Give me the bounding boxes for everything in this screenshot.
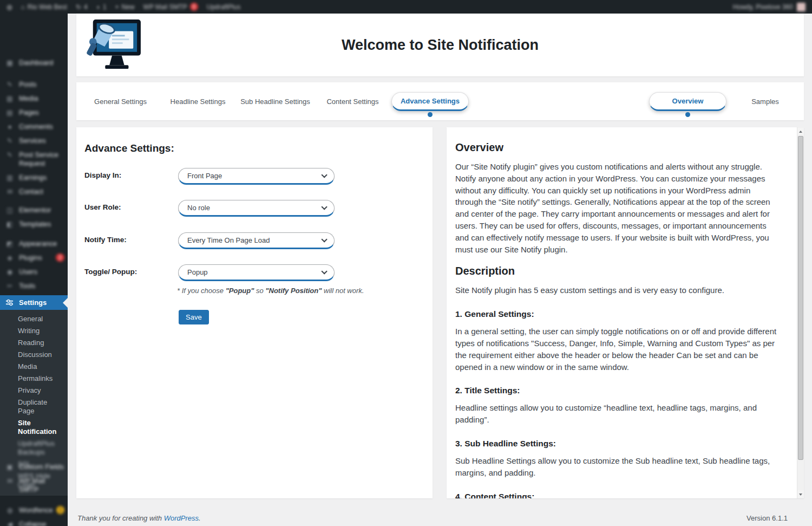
submenu-item-updraftplus-backups[interactable]: UpdraftPlus Backups (0, 438, 68, 458)
footer-version: Version 6.1.1 (746, 514, 788, 522)
sidebar-group-bottom: ▣ Custom Fields ✉ WP Mail SMTP ◍ Wordfen… (0, 460, 68, 526)
toggle-popup-value: Popup (187, 268, 208, 276)
posts-icon: ✎ (5, 80, 14, 89)
wordfence-badge: 1 (56, 506, 64, 514)
display-in-label: Display In: (84, 171, 121, 179)
wordpress-logo-icon[interactable]: ◍ (6, 3, 12, 11)
save-button[interactable]: Save (179, 310, 209, 324)
sidebar-item-wp-mail-smtp[interactable]: ✉ WP Mail SMTP (0, 474, 68, 497)
sidebar-item-contact[interactable]: ✉ Contact (0, 185, 68, 199)
popup-note: * If you choose "Popup" so "Notify Posit… (177, 287, 364, 295)
sidebar-item-users[interactable]: ◉ Users (0, 265, 68, 279)
sidebar-item-services[interactable]: ✎ Services (0, 134, 68, 148)
submenu-item-permalinks[interactable]: Permalinks (0, 373, 68, 385)
dashboard-icon: ▦ (5, 59, 14, 67)
plus-icon: + (115, 3, 119, 11)
submenu-item-reading[interactable]: Reading (0, 337, 68, 349)
avatar[interactable] (797, 3, 806, 11)
comments-count: 1 (103, 3, 107, 11)
sidebar-group-dashboard: ▦ Dashboard (0, 56, 68, 70)
elementor-icon: ◫ (5, 206, 14, 215)
sidebar-item-wordfence[interactable]: ◍ Wordfence 1 (0, 503, 68, 517)
appearance-icon: ◩ (5, 239, 14, 248)
updraftplus-menu[interactable]: UpdraftPlus (207, 3, 241, 11)
sidebar-item-pages[interactable]: ▤ Pages (0, 106, 68, 120)
wordpress-link[interactable]: WordPress (164, 514, 199, 522)
sidebar-item-tools[interactable]: ✂ Tools (0, 279, 68, 293)
wp-mail-smtp-menu[interactable]: WP Mail SMTP 0 (143, 3, 198, 11)
overview-scrollbar (797, 127, 804, 498)
sidebar-item-media[interactable]: ▨ Media (0, 92, 68, 106)
toggle-popup-select[interactable]: Popup (178, 264, 335, 281)
sidebar-item-post-service-request[interactable]: ✎ Post Service Request (0, 148, 68, 171)
howdy-menu[interactable]: Howdy, Pixelove 360 (733, 3, 793, 11)
settings-tabs: General Settings Headline Settings Sub H… (76, 82, 804, 120)
plugins-update-badge: 2 (56, 254, 64, 262)
sidebar-item-dashboard[interactable]: ▦ Dashboard (0, 56, 68, 70)
sidebar-item-settings[interactable]: Settings (0, 295, 68, 310)
tab-content-settings[interactable]: Content Settings (314, 92, 391, 111)
sidebar-item-custom-fields[interactable]: ▣ Custom Fields (0, 460, 68, 474)
overview-content: Overview Our “Site Notify plugin” gives … (447, 127, 804, 498)
comments-menu[interactable]: ◗ 1 (96, 3, 107, 11)
scroll-down-icon[interactable] (797, 490, 804, 498)
notify-time-select[interactable]: Every Time On Page Load (178, 232, 335, 249)
home-icon: ⌂ (21, 3, 24, 11)
sidebar-item-posts[interactable]: ✎ Posts (0, 77, 68, 92)
tab-advance-settings[interactable]: Advance Settings (391, 92, 469, 111)
description-heading: Description (455, 265, 779, 277)
new-menu[interactable]: + New (115, 3, 135, 11)
submenu-item-discussion[interactable]: Discussion (0, 349, 68, 361)
scroll-up-icon[interactable] (797, 128, 804, 135)
comments-icon: ◗ (96, 3, 100, 11)
site-name-menu[interactable]: ⌂ Rio Web Best (21, 3, 67, 11)
title-settings-body: Headline settings allow you to customize… (455, 402, 779, 426)
wordpress-admin-screen: ◍ ⌂ Rio Web Best ↻ 4 ◗ 1 + New WP Mail S… (0, 0, 812, 526)
overview-heading: Overview (455, 141, 779, 154)
display-in-value: Front Page (187, 172, 222, 180)
scrollbar-thumb[interactable] (798, 136, 803, 460)
user-role-value: No role (187, 204, 210, 212)
wordfence-icon: ◍ (5, 506, 14, 515)
submenu-item-site-notification[interactable]: Site Notification (0, 417, 68, 438)
plugin-header: Welcome to Site Notification (76, 14, 804, 76)
submenu-item-privacy[interactable]: Privacy (0, 385, 68, 397)
sidebar-item-elementor[interactable]: ◫ Elementor (0, 203, 68, 217)
tools-icon: ✂ (5, 282, 14, 290)
submenu-item-general[interactable]: General (0, 313, 68, 325)
site-name-label: Rio Web Best (28, 3, 67, 11)
sidebar-item-comments[interactable]: ● Comments (0, 120, 68, 134)
sub-headline-settings-heading: 3. Sub Headline Settings: (455, 439, 779, 449)
sidebar-item-earnings[interactable]: ▥ Earnings (0, 171, 68, 185)
sidebar-item-collapse-menu[interactable]: ◀ Collapse menu (0, 517, 68, 526)
toggle-popup-label: Toggle/ Popup: (84, 268, 137, 276)
sidebar-item-appearance[interactable]: ◩ Appearance (0, 237, 68, 251)
footer-thanks: Thank you for creating with WordPress. (77, 514, 201, 522)
submenu-item-media[interactable]: Media (0, 361, 68, 373)
contact-icon: ✉ (5, 187, 14, 196)
tab-samples[interactable]: Samples (726, 92, 804, 111)
sidebar-item-templates[interactable]: ◧ Templates (0, 217, 68, 231)
pages-icon: ▤ (5, 108, 14, 117)
tab-general-settings[interactable]: General Settings (82, 92, 159, 111)
chevron-down-icon (321, 172, 327, 178)
tab-overview[interactable]: Overview (649, 92, 726, 111)
display-in-select[interactable]: Front Page (178, 168, 335, 185)
earnings-icon: ▥ (5, 173, 14, 182)
tab-headline-settings[interactable]: Headline Settings (159, 92, 237, 111)
media-icon: ▨ (5, 94, 14, 103)
submenu-item-writing[interactable]: Writing (0, 325, 68, 337)
display-in-row: Display In: Front Page (84, 168, 411, 185)
updates-menu[interactable]: ↻ 4 (76, 3, 88, 11)
updates-icon: ↻ (76, 3, 81, 11)
overview-intro: Our “Site Notify plugin” gives you custo… (455, 161, 779, 255)
sidebar-item-plugins[interactable]: ◈ Plugins 2 (0, 251, 68, 265)
tab-sub-headline-settings[interactable]: Sub Headline Settings (237, 92, 314, 111)
services-icon: ✎ (5, 137, 14, 145)
chevron-down-icon (321, 236, 327, 242)
user-role-select[interactable]: No role (178, 200, 335, 217)
settings-icon (5, 298, 14, 307)
description-intro: Site Notify plugin has 5 easy custom set… (455, 284, 779, 296)
page-title: Welcome to Site Notification (76, 14, 804, 76)
submenu-item-duplicate-page[interactable]: Duplicate Page (0, 397, 68, 417)
